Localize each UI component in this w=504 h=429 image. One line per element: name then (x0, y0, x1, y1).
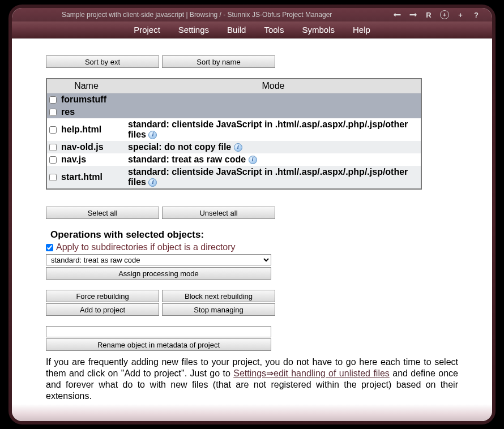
file-table: Name Mode forumstuffreshelp.htmlstandard… (46, 78, 422, 190)
menu-settings[interactable]: Settings (178, 25, 209, 35)
row-name[interactable]: start.html (59, 166, 126, 189)
table-row: res (46, 106, 421, 118)
menu-symbols[interactable]: Symbols (302, 25, 335, 35)
info-icon[interactable] (249, 156, 257, 164)
row-checkbox-cell (46, 93, 59, 106)
row-name[interactable]: res (59, 106, 126, 118)
row-name[interactable]: nav-old.js (59, 141, 126, 153)
rebuild-buttons: Force rebuilding Block next rebuilding (46, 290, 458, 302)
info-paragraph: If you are frequently adding new files t… (46, 357, 458, 402)
menubar: Project Settings Build Tools Symbols Hel… (12, 22, 492, 38)
info-icon[interactable] (234, 143, 242, 152)
info-icon[interactable] (148, 131, 157, 139)
back-icon[interactable]: 🠔 (392, 10, 402, 19)
table-row: start.htmlstandard: clientside JavaScrip… (46, 166, 421, 189)
menu-project[interactable]: Project (134, 25, 160, 35)
row-name[interactable]: nav.js (59, 153, 126, 166)
row-checkbox[interactable] (49, 109, 57, 116)
table-row: nav-old.jsspecial: do not copy file (46, 141, 421, 153)
block-rebuild-button[interactable]: Block next rebuilding (162, 290, 275, 302)
rename-button[interactable]: Rename object in metadata of project (46, 338, 271, 351)
table-row: forumstuff (46, 93, 421, 106)
row-checkbox[interactable] (49, 144, 57, 151)
content-area: Sort by ext Sort by name Name Mode forum… (12, 38, 492, 404)
window-title: Sample project with client-side javascri… (62, 11, 392, 19)
bottom-fade (12, 404, 492, 421)
sort-by-name-button[interactable]: Sort by name (162, 55, 275, 68)
row-checkbox[interactable] (49, 174, 57, 181)
manage-buttons: Add to project Stop managing (46, 303, 458, 316)
row-mode (126, 93, 421, 106)
row-name[interactable]: help.html (59, 118, 126, 141)
add-to-project-button[interactable]: Add to project (46, 303, 159, 316)
row-mode (126, 106, 421, 118)
operations-header: Operations with selected objects: (50, 229, 458, 241)
info-icon[interactable] (148, 178, 157, 187)
menu-help[interactable]: Help (353, 25, 370, 35)
row-mode: standard: clientside JavaScript in .html… (126, 118, 421, 141)
row-name[interactable]: forumstuff (59, 93, 126, 106)
help-icon[interactable]: ? (472, 10, 481, 19)
apply-subdir-checkbox[interactable] (46, 244, 53, 251)
forward-icon[interactable]: 🠖 (408, 10, 417, 19)
row-checkbox-cell (46, 141, 59, 153)
row-checkbox[interactable] (49, 156, 57, 164)
titlebar-controls: 🠔 🠖 R + + ? (392, 10, 481, 19)
row-mode: standard: treat as raw code (126, 153, 421, 166)
stop-managing-button[interactable]: Stop managing (162, 303, 275, 316)
row-checkbox-cell (46, 153, 59, 166)
row-mode: special: do not copy file (126, 141, 421, 153)
zoom-icon[interactable]: + (440, 10, 449, 19)
row-checkbox[interactable] (49, 96, 57, 104)
menu-tools[interactable]: Tools (264, 25, 284, 35)
row-mode: standard: clientside JavaScript in .html… (126, 166, 421, 189)
rename-input[interactable] (46, 326, 271, 337)
sort-buttons: Sort by ext Sort by name (46, 55, 458, 68)
row-checkbox-cell (46, 106, 59, 118)
table-row: nav.jsstandard: treat as raw code (46, 153, 421, 166)
select-all-button[interactable]: Select all (46, 207, 159, 219)
sort-by-ext-button[interactable]: Sort by ext (46, 55, 159, 68)
menu-build[interactable]: Build (227, 25, 246, 35)
col-header-mode: Mode (126, 79, 421, 93)
titlebar: Sample project with client-side javascri… (12, 8, 492, 22)
row-checkbox[interactable] (49, 126, 57, 134)
row-checkbox-cell (46, 166, 59, 189)
assign-mode-button[interactable]: Assign processing mode (46, 267, 271, 280)
row-checkbox-cell (46, 118, 59, 141)
apply-subdir-row[interactable]: Apply to subdirectories if object is a d… (46, 242, 458, 252)
table-row: help.htmlstandard: clientside JavaScript… (46, 118, 421, 141)
mode-select[interactable]: standard: treat as raw code (46, 254, 271, 265)
col-header-name: Name (46, 79, 126, 93)
force-rebuild-button[interactable]: Force rebuilding (46, 290, 159, 302)
select-buttons: Select all Unselect all (46, 207, 458, 219)
plus-icon[interactable]: + (456, 10, 465, 19)
apply-subdir-label: Apply to subdirectories if object is a d… (56, 242, 236, 252)
unselect-all-button[interactable]: Unselect all (162, 207, 275, 219)
settings-link[interactable]: Settings⇒edit handling of unlisted files (233, 368, 390, 378)
reload-icon[interactable]: R (424, 10, 433, 19)
